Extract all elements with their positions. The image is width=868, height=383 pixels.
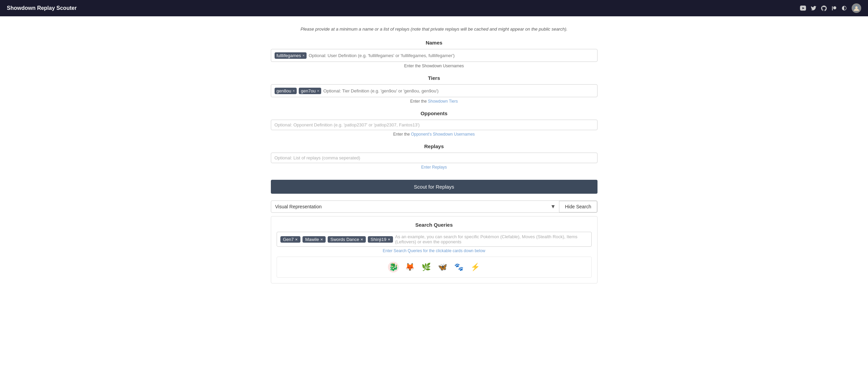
- sq-tag-shinji19[interactable]: Shinji19 ×: [368, 236, 393, 243]
- tag-gen8ou[interactable]: gen8ou ×: [275, 88, 297, 94]
- tag-fulllifegames-remove[interactable]: ×: [302, 53, 305, 57]
- navbar-brand: Showdown Replay Scouter: [7, 5, 77, 11]
- pokemon-sprite-4[interactable]: 🦋: [436, 260, 449, 274]
- sq-tag-mawile-remove[interactable]: ×: [320, 237, 323, 242]
- youtube-icon[interactable]: [800, 5, 806, 11]
- avatar[interactable]: [852, 3, 861, 13]
- svg-text:⚡: ⚡: [470, 262, 480, 272]
- svg-point-1: [855, 6, 858, 9]
- tag-fulllifegames-label: fulllifegames: [277, 53, 301, 58]
- sq-tag-swords-dance-label: Swords Dance: [330, 237, 359, 242]
- search-queries-placeholder: As an example, you can search for specif…: [395, 234, 588, 244]
- search-queries-section: Search Queries Gen7 × Mawile × Swords Da…: [271, 216, 597, 283]
- names-title: Names: [271, 40, 597, 46]
- sq-tag-mawile-label: Mawile: [305, 237, 319, 242]
- navbar-icons: [800, 3, 861, 13]
- replays-input[interactable]: [271, 153, 597, 163]
- visual-rep-select[interactable]: Visual Representation: [271, 201, 547, 212]
- tiers-input[interactable]: [323, 88, 593, 93]
- tag-gen7ou-label: gen7ou: [301, 88, 315, 93]
- sq-tag-swords-dance-remove[interactable]: ×: [361, 237, 363, 242]
- search-queries-hint: Enter Search Queries for the clickable c…: [277, 248, 592, 253]
- tag-fulllifegames[interactable]: fulllifegames ×: [275, 52, 307, 59]
- svg-text:🌿: 🌿: [421, 262, 431, 272]
- search-queries-title: Search Queries: [277, 222, 592, 228]
- tag-gen8ou-label: gen8ou: [277, 88, 291, 93]
- svg-text:🦊: 🦊: [405, 262, 414, 272]
- opponents-hint: Enter the Opponent's Showdown Usernames: [271, 132, 597, 137]
- tag-gen7ou-remove[interactable]: ×: [317, 89, 319, 93]
- tiers-hint: Enter the Showdown Tiers: [271, 99, 597, 104]
- sq-tag-shinji19-remove[interactable]: ×: [388, 237, 390, 242]
- pokemon-sprite-3[interactable]: 🌿: [419, 260, 433, 274]
- sq-tag-swords-dance[interactable]: Swords Dance ×: [328, 236, 366, 243]
- theme-icon[interactable]: [841, 5, 847, 11]
- sq-tag-gen7-label: Gen7: [283, 237, 294, 242]
- svg-text:🐾: 🐾: [454, 262, 463, 272]
- pokemon-row: 🐉 🦊 🌿 🦋 🐾: [277, 257, 592, 278]
- svg-text:🦋: 🦋: [438, 262, 447, 272]
- tiers-section: Tiers gen8ou × gen7ou × Enter the Showdo…: [271, 75, 597, 104]
- sq-tag-mawile[interactable]: Mawile ×: [302, 236, 326, 243]
- opponents-input[interactable]: [271, 120, 597, 130]
- names-section: Names fulllifegames × Enter the Showdown…: [271, 40, 597, 68]
- sq-tag-gen7-remove[interactable]: ×: [295, 237, 298, 242]
- main-content: Please provide at a minimum a name or a …: [264, 16, 604, 297]
- visual-rep-row: Visual Representation ▼ Hide Search: [271, 201, 597, 213]
- pokemon-sprite-2[interactable]: 🦊: [403, 260, 416, 274]
- visual-rep-left: Visual Representation ▼: [271, 201, 560, 212]
- pokemon-sprite-5[interactable]: 🐾: [452, 260, 465, 274]
- opponents-title: Opponents: [271, 110, 597, 116]
- replays-hint: Enter Replays: [271, 165, 597, 170]
- subtitle: Please provide at a minimum a name or a …: [271, 27, 597, 32]
- svg-text:🐉: 🐉: [389, 262, 398, 272]
- replays-title: Replays: [271, 143, 597, 149]
- names-input[interactable]: [309, 53, 593, 58]
- scout-button[interactable]: Scout for Replays: [271, 180, 597, 194]
- hide-search-button[interactable]: Hide Search: [559, 201, 597, 212]
- pokemon-sprite-6[interactable]: ⚡: [468, 260, 482, 274]
- twitter-icon[interactable]: [811, 5, 816, 11]
- tag-gen7ou[interactable]: gen7ou ×: [299, 88, 321, 94]
- chevron-down-icon: ▼: [547, 201, 559, 212]
- names-hint: Enter the Showdown Usernames: [271, 64, 597, 68]
- github-icon[interactable]: [821, 5, 827, 11]
- names-input-wrapper[interactable]: fulllifegames ×: [271, 49, 597, 62]
- patreon-icon[interactable]: [832, 5, 837, 11]
- navbar: Showdown Replay Scouter: [0, 0, 868, 16]
- replays-section: Replays Enter Replays: [271, 143, 597, 170]
- sq-tag-shinji19-label: Shinji19: [371, 237, 386, 242]
- search-queries-input[interactable]: Gen7 × Mawile × Swords Dance × Shinji19 …: [277, 232, 592, 247]
- pokemon-sprite-1[interactable]: 🐉: [387, 260, 400, 274]
- sq-tag-gen7[interactable]: Gen7 ×: [280, 236, 300, 243]
- tiers-input-wrapper[interactable]: gen8ou × gen7ou ×: [271, 84, 597, 97]
- tiers-title: Tiers: [271, 75, 597, 81]
- opponents-section: Opponents Enter the Opponent's Showdown …: [271, 110, 597, 137]
- tag-gen8ou-remove[interactable]: ×: [293, 89, 295, 93]
